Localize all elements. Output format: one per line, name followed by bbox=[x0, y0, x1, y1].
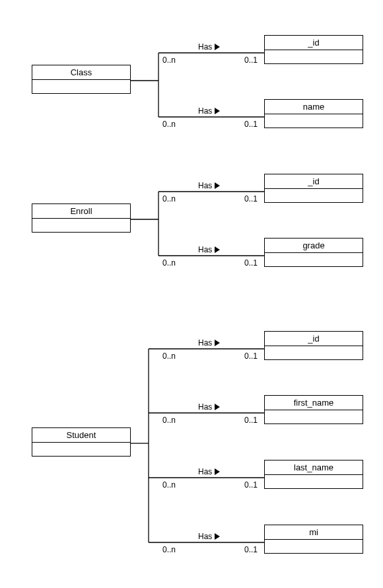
multiplicity-right: 0..1 bbox=[244, 416, 258, 425]
relation-label: Has bbox=[198, 467, 220, 476]
multiplicity-right: 0..1 bbox=[244, 545, 258, 554]
triangle-icon bbox=[215, 404, 220, 410]
triangle-icon bbox=[215, 533, 220, 540]
triangle-icon bbox=[215, 108, 220, 114]
attr-student-firstname-title: first_name bbox=[265, 396, 363, 410]
multiplicity-right: 0..1 bbox=[244, 194, 258, 203]
attr-student-mi: mi bbox=[264, 525, 363, 554]
entity-class-title: Class bbox=[32, 65, 130, 80]
multiplicity-right: 0..1 bbox=[244, 258, 258, 268]
relation-label: Has bbox=[198, 106, 220, 116]
relation-label: Has bbox=[198, 402, 220, 412]
attr-enroll-id-title: _id bbox=[265, 174, 363, 189]
triangle-icon bbox=[215, 468, 220, 475]
entity-student: Student bbox=[32, 427, 131, 457]
attr-student-firstname: first_name bbox=[264, 395, 363, 424]
relation-label: Has bbox=[198, 245, 220, 254]
multiplicity-left: 0..n bbox=[162, 416, 176, 425]
relation-label: Has bbox=[198, 181, 220, 190]
triangle-icon bbox=[215, 44, 220, 50]
attr-student-id: _id bbox=[264, 331, 363, 360]
entity-enroll: Enroll bbox=[32, 203, 131, 233]
triangle-icon bbox=[215, 246, 220, 253]
multiplicity-left: 0..n bbox=[162, 480, 176, 490]
multiplicity-left: 0..n bbox=[162, 545, 176, 554]
attr-class-id: _id bbox=[264, 35, 363, 64]
attr-enroll-grade: grade bbox=[264, 238, 363, 267]
attr-class-name-title: name bbox=[265, 100, 363, 114]
multiplicity-left: 0..n bbox=[162, 120, 176, 129]
relation-label: Has bbox=[198, 42, 220, 52]
multiplicity-left: 0..n bbox=[162, 258, 176, 268]
relation-label: Has bbox=[198, 532, 220, 541]
multiplicity-left: 0..n bbox=[162, 351, 176, 361]
relation-label: Has bbox=[198, 338, 220, 348]
entity-class: Class bbox=[32, 65, 131, 94]
entity-student-title: Student bbox=[32, 428, 130, 443]
entity-enroll-title: Enroll bbox=[32, 204, 130, 219]
attr-student-id-title: _id bbox=[265, 332, 363, 346]
multiplicity-left: 0..n bbox=[162, 194, 176, 203]
attr-student-mi-title: mi bbox=[265, 525, 363, 540]
triangle-icon bbox=[215, 340, 220, 346]
attr-enroll-id: _id bbox=[264, 174, 363, 203]
attr-class-id-title: _id bbox=[265, 36, 363, 50]
attr-class-name: name bbox=[264, 99, 363, 128]
attr-enroll-grade-title: grade bbox=[265, 239, 363, 253]
triangle-icon bbox=[215, 182, 220, 189]
multiplicity-right: 0..1 bbox=[244, 55, 258, 65]
attr-student-lastname-title: last_name bbox=[265, 460, 363, 475]
attr-student-lastname: last_name bbox=[264, 460, 363, 489]
multiplicity-right: 0..1 bbox=[244, 120, 258, 129]
multiplicity-right: 0..1 bbox=[244, 351, 258, 361]
multiplicity-left: 0..n bbox=[162, 55, 176, 65]
multiplicity-right: 0..1 bbox=[244, 480, 258, 490]
er-diagram: Class _id Has 0..n 0..1 name Has 0..n 0.… bbox=[0, 0, 383, 588]
